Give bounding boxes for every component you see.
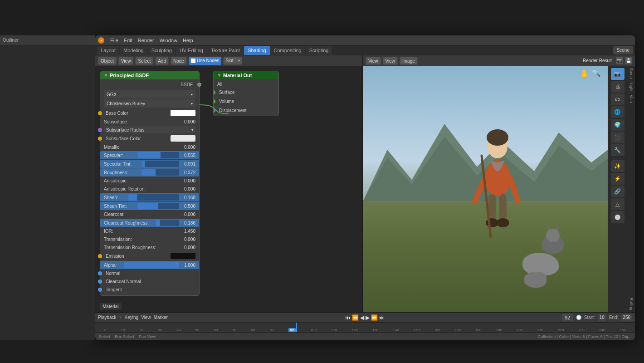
menu-edit[interactable]: Edit (122, 36, 135, 45)
world-icon[interactable]: 🌍 (611, 119, 624, 131)
constraints-icon[interactable]: 🔗 (611, 186, 624, 197)
object-menu[interactable]: Object (98, 57, 117, 65)
param-transmission[interactable]: Transmission: 0.000 (100, 235, 199, 243)
end-frame-value[interactable]: 250 (621, 314, 632, 321)
render-props-icon[interactable]: 📷 (611, 68, 624, 80)
param-tangent[interactable]: Tangent (100, 285, 199, 294)
data-icon[interactable]: △ (611, 198, 624, 210)
menu-file[interactable]: File (108, 36, 121, 45)
current-frame-display[interactable]: 92 (562, 314, 573, 321)
timeline-ruler[interactable]: 010203040 5060708090 92 100110120130140 … (95, 323, 635, 332)
physics-icon[interactable]: ⚡ (611, 173, 624, 185)
svg-point-4 (487, 129, 508, 146)
tab-compositing[interactable]: Compositing (270, 46, 305, 55)
param-clearcoat-normal[interactable]: Clearcoat Normal (100, 277, 199, 285)
collection-info: Collection | Cube | Verts:8 | Faces:6 | … (538, 334, 631, 339)
param-base-color[interactable]: Base Color (100, 108, 199, 118)
particles-icon[interactable]: ✨ (611, 160, 624, 172)
node-menu[interactable]: Node (171, 57, 187, 65)
bsdf-output-label: BSDF (181, 82, 193, 87)
material-icon[interactable]: ⬤ (611, 211, 624, 223)
view-menu[interactable]: View (118, 57, 134, 65)
tab-modeling[interactable]: Modeling (120, 46, 147, 55)
play-reverse-btn[interactable]: ◀ (360, 314, 364, 321)
view-menu-tl[interactable]: View (141, 315, 151, 320)
jump-end-btn[interactable]: ⏭ (379, 314, 385, 321)
bsdf-title: Principled BSDF (110, 73, 149, 78)
tab-shading[interactable]: Shading (244, 46, 269, 55)
menu-window[interactable]: Window (157, 36, 180, 45)
play-btn[interactable]: ▶ (366, 314, 370, 321)
character-svg (466, 110, 529, 283)
tab-layout[interactable]: Layout (97, 46, 119, 55)
modifier-icon[interactable]: 🔧 (611, 144, 624, 156)
scene-props-icon[interactable]: 🌐 (611, 106, 624, 118)
param-clearcoat[interactable]: Clearcoat: 0.000 (100, 210, 199, 218)
base-color-swatch[interactable] (171, 110, 195, 116)
menu-help[interactable]: Help (181, 36, 195, 45)
start-frame-value[interactable]: 10 (598, 314, 606, 321)
keying-menu[interactable]: Keying (125, 315, 139, 320)
render-icon[interactable]: 📷 (616, 57, 623, 64)
zoom-icon[interactable]: 🔍 (592, 69, 601, 77)
far-right-panel: Samp Light Volu Rolling (627, 66, 635, 312)
tab-scripting[interactable]: Scripting (306, 46, 332, 55)
distribution-dropdown[interactable]: GGX ▾ (104, 90, 195, 98)
svg-line-6 (510, 178, 518, 201)
emission-socket (98, 254, 102, 258)
param-sheen-tint[interactable]: Sheen Tint: 0.500 (100, 202, 199, 210)
param-sheen[interactable]: Sheen: 0.168 (100, 193, 199, 201)
material-output-node: ▼ Material Out All Surface (213, 71, 279, 116)
view-layer-icon[interactable]: 🗂 (611, 93, 624, 105)
timeline: Playback ▾ Keying View Marker ⏮ ⏪ ◀ ▶ ⏩ … (95, 312, 635, 332)
param-anisotropic[interactable]: Anisotropic: 0.000 (100, 177, 199, 185)
menu-render[interactable]: Render (136, 36, 156, 45)
output-icon[interactable]: 🖨 (611, 81, 624, 93)
material-tab-label[interactable]: Material (100, 303, 122, 310)
next-frame-btn[interactable]: ⏩ (371, 314, 378, 321)
select-menu[interactable]: Select (135, 57, 153, 65)
param-subsurface-radius[interactable]: Subsurface Radius▾ (100, 126, 199, 134)
image-btn[interactable]: Image (400, 57, 418, 65)
use-nodes-toggle[interactable]: Use Nodes (189, 57, 221, 65)
node-canvas: ▼ Principled BSDF BSDF GGX ▾ (95, 66, 362, 312)
tab-sculpting[interactable]: Sculpting (148, 46, 176, 55)
param-subsurface-color[interactable]: Subsurface Color (100, 134, 199, 143)
subsurface-color-swatch[interactable] (171, 135, 195, 142)
tab-uvediting[interactable]: UV Editing (176, 46, 207, 55)
param-roughness[interactable]: Roughness: 0.372 (100, 168, 199, 177)
param-ior[interactable]: IOR: 1.450 (100, 227, 199, 235)
add-menu[interactable]: Add (155, 57, 169, 65)
emission-swatch[interactable] (171, 253, 195, 259)
bsdf-node-header[interactable]: ▼ Principled BSDF (100, 71, 199, 79)
playhead-cursor[interactable] (296, 323, 297, 332)
param-normal[interactable]: Normal (100, 269, 199, 277)
viewport[interactable]: ✋ 🔍 (363, 66, 608, 312)
playback-menu[interactable]: Playback (98, 315, 117, 320)
param-transmission-roughness[interactable]: Transmission Roughness: 0.000 (100, 243, 199, 251)
svg-rect-8 (499, 194, 507, 221)
view-btn[interactable]: View (366, 57, 381, 65)
jump-start-btn[interactable]: ⏮ (345, 314, 351, 321)
param-clearcoat-roughness[interactable]: Clearcoat Roughness: 0.186 (100, 219, 199, 227)
object-props-icon[interactable]: ⬛ (611, 132, 624, 143)
subsurface-method-dropdown[interactable]: Christensen-Burley ▾ (104, 99, 195, 108)
param-subsurface[interactable]: Subsurface: 0.000 (100, 118, 199, 126)
mat-out-header[interactable]: ▼ Material Out (214, 71, 278, 79)
param-emission[interactable]: Emission (100, 251, 199, 260)
prev-frame-btn[interactable]: ⏪ (352, 314, 359, 321)
save-icon[interactable]: 💾 (625, 57, 632, 64)
marker-menu[interactable]: Marker (154, 315, 168, 320)
slot-selector[interactable]: Slot 1 ▾ (223, 57, 242, 65)
param-specular[interactable]: Specular: 0.555 (100, 151, 199, 159)
blender-logo: ● (98, 37, 104, 44)
param-specular-tint[interactable]: Specular Tint: 0.091 (100, 160, 199, 168)
param-anisotropic-rotation[interactable]: Anisotropic Rotation: 0.000 (100, 185, 199, 193)
hand-cursor[interactable]: ✋ (580, 69, 590, 78)
bsdf-output-socket (197, 83, 201, 87)
tab-texturepaint[interactable]: Texture Paint (207, 46, 244, 55)
param-alpha[interactable]: Alpha: 1.000 (100, 261, 199, 269)
view2-btn[interactable]: View (383, 57, 398, 65)
scene-selector[interactable]: Scene (613, 46, 633, 54)
param-metallic[interactable]: Metallic: 0.000 (100, 143, 199, 151)
